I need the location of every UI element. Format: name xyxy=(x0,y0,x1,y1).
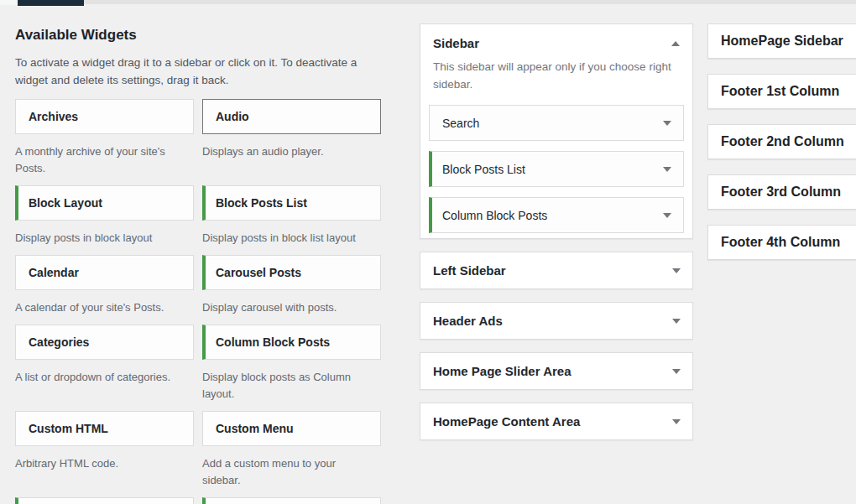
widget-card[interactable]: Block Posts List xyxy=(202,185,381,221)
collapsed-panels-list: Left Sidebar Header Ads Home Page Slider… xyxy=(420,252,693,440)
sidebar-panel-collapsed[interactable]: Footer 3rd Column xyxy=(707,174,856,210)
sidebar-panel-collapsed[interactable]: Left Sidebar xyxy=(420,252,693,289)
available-widget xyxy=(202,497,381,504)
sidebar-panel-description: This sidebar will appear only if you cho… xyxy=(433,58,680,93)
secondary-sidebars-column: HomePage Sidebar Footer 1st Column Foote… xyxy=(707,23,856,275)
sidebar-widgets-list: Search Block Posts List Column Block Pos… xyxy=(429,105,684,233)
primary-sidebars-column: Sidebar This sidebar will appear only if… xyxy=(420,23,693,440)
sidebar-panel-title: Footer 4th Column xyxy=(721,235,840,250)
sidebar-panel-collapsed[interactable]: HomePage Sidebar xyxy=(707,23,856,59)
sidebar-panel-title: HomePage Content Area xyxy=(433,414,580,429)
widget-card[interactable]: Column Block Posts xyxy=(202,325,381,360)
chevron-down-icon[interactable] xyxy=(663,167,671,172)
widget-card-title: Block Layout xyxy=(29,196,102,210)
top-corner xyxy=(0,0,18,5)
widget-card-description: A calendar of your site's Posts. xyxy=(15,299,194,316)
widget-card-title: Categories xyxy=(29,335,89,349)
sidebar-panel-expanded: Sidebar This sidebar will appear only if… xyxy=(420,23,693,239)
sidebar-widget[interactable]: Search xyxy=(429,105,684,141)
available-widgets-description: To activate a widget drag it to a sideba… xyxy=(15,54,372,89)
widget-card-description: Add a custom menu to your sidebar. xyxy=(202,455,381,489)
widgets-admin-page: Available Widgets To activate a widget d… xyxy=(0,0,856,504)
chevron-down-icon[interactable] xyxy=(672,268,681,273)
sidebar-panel-collapsed[interactable]: Footer 1st Column xyxy=(707,74,856,109)
chevron-down-icon[interactable] xyxy=(672,369,681,374)
sidebar-panel-title: Left Sidebar xyxy=(433,263,506,278)
available-widgets-section: Available Widgets To activate a widget d… xyxy=(15,25,381,504)
widget-card-description: Display carousel with posts. xyxy=(202,299,381,316)
widget-card[interactable] xyxy=(202,497,381,504)
chevron-down-icon[interactable] xyxy=(672,319,681,324)
widget-card-title: Carousel Posts xyxy=(216,266,301,279)
sidebar-panel-title: Footer 3rd Column xyxy=(721,184,841,200)
secondary-panels-list: HomePage Sidebar Footer 1st Column Foote… xyxy=(707,23,856,260)
widget-card-description: Display posts in block list layout xyxy=(202,230,381,247)
widget-card-title: Archives xyxy=(29,110,78,123)
widget-card-description: Display posts in block layout xyxy=(15,230,194,247)
available-widget: Categories A list or dropdown of categor… xyxy=(15,325,194,411)
sidebar-widget-title: Search xyxy=(442,117,479,130)
available-widget: Carousel Posts Display carousel with pos… xyxy=(202,255,381,325)
sidebar-panel-title: Footer 2nd Column xyxy=(721,134,844,149)
available-widget: Calendar A calendar of your site's Posts… xyxy=(15,255,194,325)
available-widget: Custom Menu Add a custom menu to your si… xyxy=(202,411,381,497)
sidebar-panel-collapsed[interactable]: Footer 4th Column xyxy=(707,225,856,260)
sidebar-panel-title: HomePage Sidebar xyxy=(721,34,843,49)
widget-card[interactable]: Calendar xyxy=(15,255,194,290)
sidebar-widget[interactable]: Column Block Posts xyxy=(429,197,684,233)
widget-card[interactable]: Archives xyxy=(15,99,194,134)
sidebar-panel-collapsed[interactable]: Home Page Slider Area xyxy=(420,352,693,390)
sidebar-panel-title: Footer 1st Column xyxy=(721,84,839,99)
widget-card-description: Arbitrary HTML code. xyxy=(15,455,194,472)
sidebar-panel-header[interactable]: Sidebar xyxy=(429,24,684,51)
sidebar-panel-title: Sidebar xyxy=(433,36,479,51)
widget-card[interactable] xyxy=(15,497,194,504)
available-widget: Block Layout Display posts in block layo… xyxy=(15,185,194,255)
available-widget: Custom HTML Arbitrary HTML code. xyxy=(15,411,194,497)
sidebar-panel-collapsed[interactable]: HomePage Content Area xyxy=(420,403,693,440)
sidebar-panel-collapsed[interactable]: Footer 2nd Column xyxy=(707,124,856,159)
widget-card[interactable]: Audio xyxy=(202,99,381,134)
sidebar-widget[interactable]: Block Posts List xyxy=(429,151,684,187)
available-widget: Column Block Posts Display block posts a… xyxy=(202,325,381,411)
widget-card-title: Calendar xyxy=(29,266,79,279)
available-widgets-title: Available Widgets xyxy=(15,25,381,44)
widget-card-title: Block Posts List xyxy=(216,196,307,210)
chevron-up-icon[interactable] xyxy=(671,41,680,46)
widget-card[interactable]: Block Layout xyxy=(15,185,194,221)
widget-card[interactable]: Custom Menu xyxy=(202,411,381,446)
widget-card[interactable]: Custom HTML xyxy=(15,411,194,446)
widget-card-description: Display block posts as Column layout. xyxy=(202,369,381,403)
chevron-down-icon[interactable] xyxy=(672,419,681,424)
widget-card-description: A list or dropdown of categories. xyxy=(15,369,194,386)
widget-card-description: A monthly archive of your site's Posts. xyxy=(15,143,194,177)
available-widget: Archives A monthly archive of your site'… xyxy=(15,99,194,185)
available-widget xyxy=(15,497,194,504)
widget-card[interactable]: Carousel Posts xyxy=(202,255,381,290)
widget-card-title: Custom HTML xyxy=(29,422,108,435)
available-widget: Block Posts List Display posts in block … xyxy=(202,185,381,255)
sidebar-widget-title: Column Block Posts xyxy=(442,209,547,222)
widget-card[interactable]: Categories xyxy=(15,325,194,360)
sidebar-panel-collapsed[interactable]: Header Ads xyxy=(420,302,693,340)
widget-card-title: Custom Menu xyxy=(216,422,294,435)
widget-card-title: Column Block Posts xyxy=(216,335,330,349)
sidebar-widget-title: Block Posts List xyxy=(442,163,525,176)
available-widgets-grid: Archives A monthly archive of your site'… xyxy=(15,99,381,504)
available-widget: Audio Displays an audio player. xyxy=(202,99,381,185)
sidebar-panel-title: Header Ads xyxy=(433,314,503,328)
sidebar-panel-title: Home Page Slider Area xyxy=(433,364,572,378)
chevron-down-icon[interactable] xyxy=(663,121,671,126)
top-tab[interactable] xyxy=(18,0,84,6)
top-strip xyxy=(0,0,856,4)
chevron-down-icon[interactable] xyxy=(663,213,671,218)
widget-card-title: Audio xyxy=(216,110,249,123)
widget-card-description: Displays an audio player. xyxy=(202,143,381,160)
